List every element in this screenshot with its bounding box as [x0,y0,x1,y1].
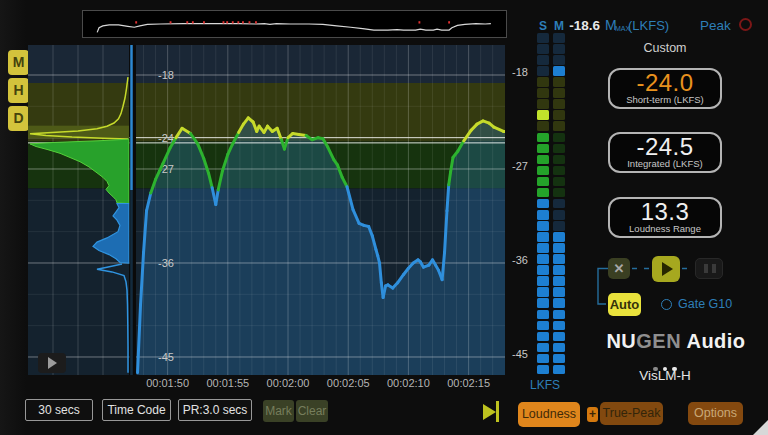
loudness-range-label: Loudness Range [610,223,720,234]
meter-segment [537,110,549,120]
pr-window-button[interactable]: PR:3.0 secs [178,399,252,421]
tab-options[interactable]: Options [688,402,743,425]
loudness-range-readout[interactable]: 13.3 Loudness Range [608,197,722,238]
nugen-logo: NUGEN Audio [600,330,752,353]
pause-icon [704,264,708,273]
add-tab-button[interactable]: + [587,407,598,422]
time-tick-label: 00:02:00 [257,377,319,389]
meter-segment [553,66,565,76]
tab-distribution[interactable]: D [8,106,29,131]
meter-segment [553,33,565,43]
tab-momentary[interactable]: M [8,50,29,75]
meter-segment [537,44,549,54]
tab-loudness[interactable]: Loudness [518,402,580,427]
meter-scale-label: -27 [502,160,528,172]
meter-segment [537,144,549,154]
window-length-button[interactable]: 30 secs [25,399,93,421]
pause-button[interactable] [695,258,723,279]
meter-segment [537,343,549,353]
preset-name[interactable]: Custom [608,41,722,55]
time-tick-label: 00:01:55 [197,377,259,389]
meter-segment [537,177,549,187]
meter-segment [553,166,565,176]
meter-segment [537,354,549,364]
meter-segment [553,321,565,331]
meter-segment [537,287,549,297]
gate-radio[interactable] [661,299,672,310]
history-play-button[interactable] [38,353,66,373]
meter-segment [537,77,549,87]
time-tick-label: 00:02:15 [438,377,500,389]
skip-to-end-icon [483,404,496,420]
meter-segment [553,343,565,353]
time-tick-label: 00:02:10 [377,377,439,389]
meter-segment [537,254,549,264]
meter-segment [553,110,565,120]
meter-segment [553,177,565,187]
meter-segment [553,298,565,308]
reset-button[interactable]: ✕ [608,258,630,279]
play-icon [662,262,673,276]
meter-segment [537,133,549,143]
meter-segment [537,232,549,242]
meter-segment [537,121,549,131]
meter-scale-label: -36 [502,254,528,266]
meter-segment [537,243,549,253]
meter-segment [537,321,549,331]
skip-to-end-button[interactable] [483,401,501,423]
meter-segment [553,265,565,275]
meter-segment [553,144,565,154]
meter-scale-label: -18 [502,66,528,78]
meter-segment [537,210,549,220]
meter-segment [553,99,565,109]
meter-segment [553,254,565,264]
pause-icon [712,264,716,273]
play-button[interactable] [652,256,680,282]
meter-segment [537,265,549,275]
resize-grip[interactable] [753,420,768,435]
meter-segment [537,298,549,308]
mark-button[interactable]: Mark [263,400,294,422]
meter-segment [537,332,549,342]
logo-nu: NU [606,330,636,352]
peak-indicator-lamp[interactable] [739,18,752,31]
meter-segment [553,77,565,87]
meter-segment [537,99,549,109]
overview-timeline[interactable] [82,10,507,38]
meter-segment [553,243,565,253]
meter-segment [537,276,549,286]
loudness-history-chart[interactable]: -18-24-27-36-45 [28,45,505,375]
svg-text:-36: -36 [158,257,174,269]
meter-segment [553,287,565,297]
meter-segment [553,310,565,320]
loudness-range-value: 13.3 [610,200,720,224]
integrated-label: Integrated (LKFS) [610,158,720,169]
skip-to-end-icon [496,401,499,422]
short-term-readout[interactable]: -24.0 Short-term (LKFS) [608,68,722,109]
tab-histogram[interactable]: H [8,78,29,103]
svg-text:-24: -24 [158,132,174,144]
meter-segment [553,210,565,220]
meter-segment [537,365,549,375]
integrated-readout[interactable]: -24.5 Integrated (LKFS) [608,132,722,173]
time-code-button[interactable]: Time Code [102,399,171,421]
tab-true-peak[interactable]: True-Peak [600,402,663,425]
vislm-plugin-window: M H D -18-24-27-36-45 00:01:5000:01:5500… [0,0,768,435]
time-tick-label: 00:02:05 [317,377,379,389]
gate-label: Gate G10 [678,297,732,311]
meter-segment [553,232,565,242]
integrated-value: -24.5 [610,135,720,159]
logo-gen: GEN [636,330,681,352]
mmax-units: (LKFS) [628,18,669,33]
time-tick-label: 00:01:50 [137,377,199,389]
auto-button[interactable]: Auto [608,293,641,316]
svg-text:-45: -45 [158,351,174,363]
meter-s-header[interactable]: S [537,19,549,33]
meter-segment [537,88,549,98]
meter-segment [553,354,565,364]
meter-segment [553,155,565,165]
meter-segment [537,155,549,165]
clear-button[interactable]: Clear [296,400,328,422]
logo-audio: Audio [681,330,745,352]
mmax-value: -18.6 [556,18,600,33]
